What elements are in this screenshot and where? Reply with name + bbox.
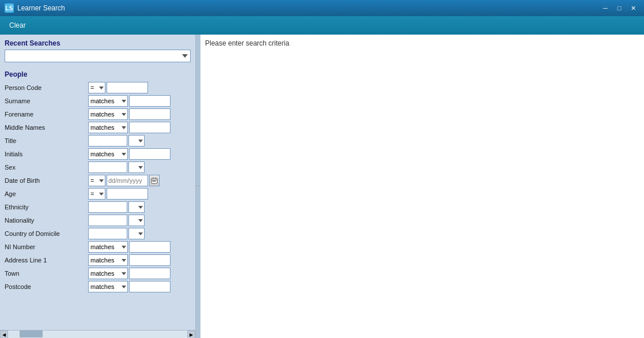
title-bar: LS Learner Search ─ □ ✕ [0,0,644,16]
title-bar-controls: ─ □ ✕ [599,3,639,13]
input-ni-number[interactable] [129,241,171,253]
form-row-surname: Surname matchesstarts withequals [2,95,193,107]
input-person-code[interactable] [107,82,148,93]
form-row-forename: Forename matchesstarts withequals [2,108,193,120]
form-row-sex: Sex [2,162,193,173]
label-title: Title [5,137,88,144]
recent-searches-section: Recent Searches [0,35,195,66]
form-inner: People Person Code =<> Surname [0,66,195,296]
calendar-button-dob[interactable] [149,175,160,186]
label-town: Town [5,270,88,277]
form-row-dob: Date of Birth =<> [2,175,193,186]
op-address1[interactable]: matchesstarts withequals [88,254,128,266]
input-address1[interactable] [129,254,171,266]
app-icon: LS [5,3,14,13]
title-bar-left: LS Learner Search [5,3,65,13]
label-ethnicity: Ethnicity [5,204,88,211]
select-title[interactable] [128,135,145,147]
controls-ni-number: matchesstarts withequals [88,241,191,253]
recent-searches-dropdown[interactable] [5,50,191,62]
clear-button[interactable]: Clear [6,20,29,31]
toolbar: Clear [0,16,644,35]
op-middle-names[interactable]: matchesstarts withequals [88,122,128,133]
form-row-initials: Initials matchesstarts withequals [2,148,193,160]
horizontal-scrollbar[interactable]: ◀ ▶ [0,330,195,338]
minimize-button[interactable]: ─ [599,3,612,13]
controls-ethnicity [88,201,191,213]
input-title-text[interactable] [88,135,127,147]
form-scroll-container[interactable]: People Person Code =<> Surname [0,66,195,330]
label-dob: Date of Birth [5,177,88,184]
form-row-address1: Address Line 1 matchesstarts withequals [2,254,193,266]
label-nationality: Nationality [5,217,88,224]
input-middle-names[interactable] [129,122,171,133]
form-row-ni-number: NI Number matchesstarts withequals [2,241,193,253]
select-sex[interactable] [128,162,145,173]
input-town[interactable] [129,268,171,279]
form-row-middle-names: Middle Names matchesstarts withequals [2,122,193,133]
input-country-domicile-text[interactable] [88,228,127,239]
people-section-header: People [2,68,193,81]
input-nationality-text[interactable] [88,215,127,226]
controls-middle-names: matchesstarts withequals [88,122,191,133]
label-age: Age [5,190,88,197]
op-forename[interactable]: matchesstarts withequals [88,108,128,120]
label-middle-names: Middle Names [5,124,88,131]
op-town[interactable]: matchesstarts withequals [88,268,128,279]
scroll-thumb [20,331,43,337]
controls-town: matchesstarts withequals [88,268,191,279]
form-row-age: Age =<> [2,188,193,200]
scroll-left-button[interactable]: ◀ [0,331,8,338]
controls-surname: matchesstarts withequals [88,95,191,107]
input-sex-text[interactable] [88,162,127,173]
svg-rect-4 [153,181,154,182]
op-person-code[interactable]: =<> [88,82,105,93]
svg-rect-5 [154,181,156,182]
select-nationality[interactable] [128,215,145,226]
op-ni-number[interactable]: matchesstarts withequals [88,241,128,253]
label-initials: Initials [5,151,88,157]
maximize-button[interactable]: □ [613,3,626,13]
op-surname[interactable]: matchesstarts withequals [88,95,128,107]
form-row-postcode: Postcode matchesstarts withequals [2,281,193,292]
controls-dob: =<> [88,175,191,186]
op-dob[interactable]: =<> [88,175,105,186]
label-sex: Sex [5,164,88,171]
controls-person-code: =<> [88,82,191,93]
input-dob[interactable] [107,175,148,186]
op-initials[interactable]: matchesstarts withequals [88,148,128,160]
search-placeholder-text: Please enter search criteria [205,39,289,47]
close-button[interactable]: ✕ [627,3,639,13]
main-container: Recent Searches People Person Code =<> [0,35,644,338]
form-row-nationality: Nationality [2,215,193,226]
label-surname: Surname [5,97,88,104]
input-ethnicity-text[interactable] [88,201,127,213]
input-initials[interactable] [129,148,171,160]
input-forename[interactable] [129,108,171,120]
select-ethnicity[interactable] [128,201,145,213]
controls-forename: matchesstarts withequals [88,108,191,120]
recent-searches-label: Recent Searches [5,39,191,47]
label-forename: Forename [5,111,88,118]
form-row-ethnicity: Ethnicity [2,201,193,213]
op-age[interactable]: =<> [88,188,105,200]
controls-country-domicile [88,228,191,239]
input-age[interactable] [107,188,148,200]
panel-splitter[interactable]: ⋮ [196,35,200,338]
input-surname[interactable] [129,95,171,107]
controls-age: =<> [88,188,191,200]
scroll-track[interactable] [8,331,187,338]
label-country-domicile: Country of Domicile [5,230,88,237]
left-panel: Recent Searches People Person Code =<> [0,35,196,338]
op-postcode[interactable]: matchesstarts withequals [88,281,128,292]
form-row-title: Title [2,135,193,147]
window-title: Learner Search [17,4,65,12]
select-country-domicile[interactable] [128,228,145,239]
input-postcode[interactable] [129,281,171,292]
label-ni-number: NI Number [5,243,88,250]
form-row-country-domicile: Country of Domicile [2,228,193,239]
label-postcode: Postcode [5,283,88,290]
scroll-right-button[interactable]: ▶ [187,331,195,338]
controls-address1: matchesstarts withequals [88,254,191,266]
controls-title [88,135,191,147]
